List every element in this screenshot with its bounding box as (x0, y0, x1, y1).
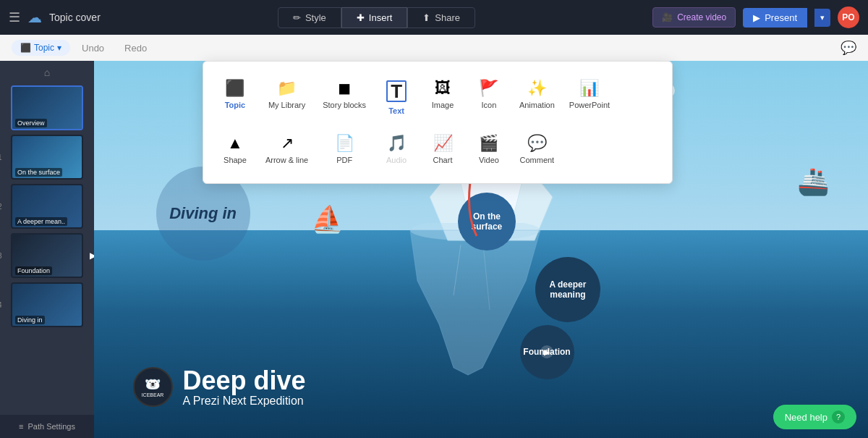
slide-wrapper-4: 4 Diving in (11, 282, 83, 327)
top-bar: ☰ ☁ Topic cover ✏ Style ✚ Insert ⬆ Share… (0, 0, 868, 35)
path-settings[interactable]: ≡ Path Settings (0, 415, 94, 438)
insert-item-video[interactable]: 🎬 Video (469, 128, 509, 172)
slide-label-1: On the surface (15, 168, 62, 177)
insert-item-my-library[interactable]: 📁 My Library (261, 73, 312, 122)
library-icon: 📁 (277, 80, 297, 96)
insert-item-powerpoint[interactable]: 📊 PowerPoint (565, 73, 614, 122)
avatar: PO (838, 7, 859, 28)
insert-grid-row1: ⬛ Topic 📁 My Library ◼ Story blocks T Te… (215, 73, 660, 172)
present-dropdown-button[interactable]: ▾ (814, 9, 830, 27)
slides-sidebar: ⌂ Overview 1 On the surface 2 A deeper m… (0, 61, 94, 438)
icon-insert-icon: 🚩 (479, 80, 498, 96)
insert-item-comment[interactable]: 💬 Comment (515, 128, 559, 172)
insert-item-shape[interactable]: ▲ Shape (215, 128, 255, 172)
top-bar-center: ✏ Style ✚ Insert ⬆ Share (109, 7, 644, 28)
video-icon: 🎥 (662, 12, 673, 22)
dropdown-chevron-icon: ▾ (57, 43, 61, 53)
slide-wrapper-2: 2 A deeper mean.. (11, 184, 83, 229)
slide-thumb-1[interactable]: On the surface (11, 135, 83, 180)
insert-item-icon[interactable]: 🚩 Icon (469, 73, 509, 122)
insert-item-story-blocks[interactable]: ◼ Story blocks (318, 73, 370, 122)
insert-item-text[interactable]: T Text (376, 73, 417, 122)
home-row: ⌂ (44, 67, 50, 78)
slide-number-1: 1 (0, 153, 2, 161)
chart-insert-icon: 📈 (433, 135, 453, 151)
undo-button[interactable]: Undo (73, 40, 113, 56)
top-bar-right: 🎥 Create video ▶ Present ▾ PO (652, 7, 859, 28)
powerpoint-insert-icon: 📊 (579, 80, 599, 96)
insert-item-audio: 🎵 Audio (376, 128, 417, 172)
insert-tab[interactable]: ✚ Insert (341, 7, 408, 28)
create-video-button[interactable]: 🎥 Create video (652, 7, 736, 28)
present-button[interactable]: ▶ Present (743, 8, 807, 28)
insert-item-pdf[interactable]: 📄 PDF (318, 128, 370, 172)
slide-label-overview: Overview (15, 119, 47, 127)
node-foundation[interactable]: Foundation ▶ (520, 325, 574, 379)
slide-thumb-overview[interactable]: Overview (11, 85, 83, 130)
deep-dive-logo: 🐻‍❄️ ICEBEAR Deep dive A Prezi Next Expe… (133, 366, 306, 408)
slide-label-4: Diving in (15, 316, 45, 324)
node-on-surface[interactable]: On the surface (458, 193, 516, 250)
foundation-play-icon: ▶ (540, 345, 553, 358)
deep-dive-heading: Deep dive (183, 366, 306, 395)
insert-item-chart[interactable]: 📈 Chart (422, 128, 463, 172)
share-tab[interactable]: ⬆ Share (407, 7, 475, 28)
slide-thumb-3[interactable]: Foundation (11, 233, 83, 278)
path-settings-icon: ≡ (19, 422, 23, 431)
insert-item-arrow[interactable]: ↗ Arrow & line (261, 128, 312, 172)
arrow-insert-icon: ↗ (281, 135, 294, 151)
slide-number-2: 2 (0, 203, 2, 211)
top-bar-left: ☰ ☁ Topic cover (9, 9, 101, 26)
topic-insert-icon: ⬛ (225, 80, 244, 96)
slide-thumb-2[interactable]: A deeper mean.. (11, 184, 83, 229)
shape-insert-icon: ▲ (227, 135, 243, 151)
insert-item-image[interactable]: 🖼 Image (422, 73, 463, 122)
slide-wrapper-1: 1 On the surface (11, 135, 83, 180)
hamburger-icon[interactable]: ☰ (9, 9, 20, 25)
slide-thumb-4[interactable]: Diving in (11, 282, 83, 327)
play-icon: ▶ (753, 12, 760, 23)
insert-item-animation[interactable]: ✨ Animation (515, 73, 559, 122)
style-tab[interactable]: ✏ Style (278, 7, 341, 28)
node-deeper-meaning[interactable]: A deeper meaning (535, 257, 600, 322)
comment-icon[interactable]: 💬 (841, 40, 856, 56)
pencil-icon: ✏ (293, 12, 301, 23)
deep-dive-title-block: Deep dive A Prezi Next Expedition (183, 366, 306, 408)
slide-label-3: Foundation (15, 266, 52, 275)
diving-in-text: Diving in (169, 204, 237, 223)
comment-insert-icon: 💬 (527, 135, 547, 151)
insert-dropdown: ⬛ Topic 📁 My Library ◼ Story blocks T Te… (203, 61, 673, 184)
redo-button[interactable]: Redo (116, 40, 156, 56)
topic-icon: ⬛ (20, 43, 31, 53)
video-insert-icon: 🎬 (479, 135, 498, 151)
insert-item-topic[interactable]: ⬛ Topic (215, 73, 255, 122)
document-title: Topic cover (49, 12, 101, 23)
cloud-icon: ☁ (27, 9, 42, 26)
topic-button[interactable]: ⬛ Topic ▾ (12, 40, 70, 56)
pdf-insert-icon: 📄 (335, 135, 354, 151)
plus-icon: ✚ (357, 12, 365, 23)
slide-number-4: 4 (0, 301, 2, 309)
cargo-ship-icon: 🚢 (797, 167, 830, 197)
deep-dive-subtitle: A Prezi Next Expedition (183, 395, 306, 408)
animation-insert-icon: ✨ (527, 80, 547, 96)
sailboat-icon: ⛵ (311, 204, 344, 235)
slide-number-3: 3 (0, 252, 2, 260)
image-insert-icon: 🖼 (435, 80, 451, 96)
text-insert-icon: T (386, 80, 407, 102)
audio-insert-icon: 🎵 (387, 135, 407, 151)
icebear-logo: 🐻‍❄️ ICEBEAR (133, 367, 173, 407)
help-icon: ? (832, 410, 845, 424)
slide-wrapper-3: 3 Foundation ▶ (11, 233, 83, 278)
share-icon: ⬆ (422, 12, 430, 23)
slide-label-2: A deeper mean.. (15, 217, 67, 226)
need-help-button[interactable]: Need help ? (773, 405, 856, 429)
undo-bar: ⬛ Topic ▾ Undo Redo 💬 (0, 35, 868, 61)
home-button[interactable]: ⌂ (44, 67, 50, 78)
story-blocks-icon: ◼ (338, 80, 351, 96)
